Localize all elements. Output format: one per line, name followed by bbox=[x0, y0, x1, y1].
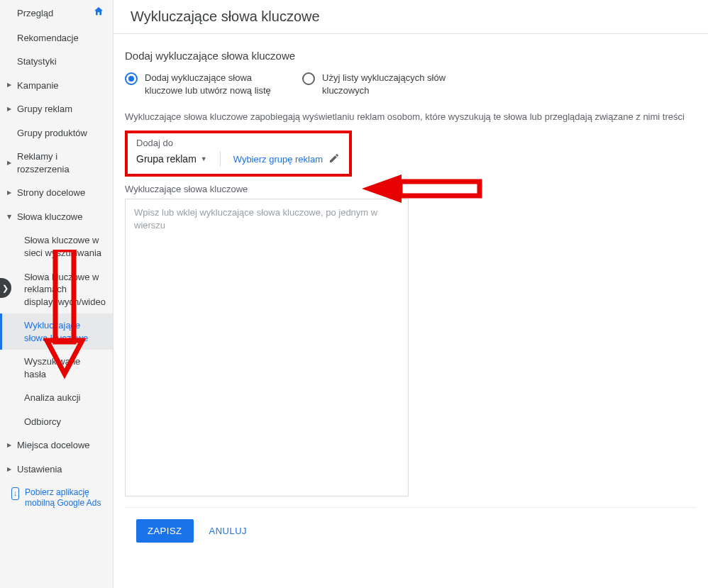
sidebar-item-label: Wykluczające słowa kluczowe bbox=[24, 319, 104, 344]
scope-select[interactable]: Grupa reklam ▼ bbox=[136, 153, 207, 165]
keywords-label: Wykluczające słowa kluczowe bbox=[125, 184, 697, 194]
sidebar-item-placements[interactable]: ▶ Miejsca docelowe bbox=[0, 433, 113, 457]
home-icon bbox=[93, 6, 104, 21]
divider bbox=[220, 151, 221, 167]
page-header: Wykluczające słowa kluczowe bbox=[114, 0, 708, 34]
chevron-right-icon: ❯ bbox=[2, 284, 9, 293]
sidebar-item-label: Rekomendacje bbox=[17, 32, 79, 45]
download-icon: ↓ bbox=[11, 487, 19, 500]
sidebar-item-label: Słowa kluczowe w sieci wyszukiwania bbox=[24, 234, 104, 259]
sidebar-item-label: Odbiorcy bbox=[24, 416, 61, 428]
sidebar-item-label: Kampanie bbox=[17, 79, 59, 92]
sidebar-item-label: Pobierz aplikację mobilną Google Ads bbox=[25, 487, 106, 509]
add-to-label: Dodaj do bbox=[136, 138, 341, 148]
radio-icon bbox=[302, 72, 315, 85]
sidebar-item-stats[interactable]: Statystyki bbox=[0, 50, 113, 74]
pick-adgroup-link[interactable]: Wybierz grupę reklam bbox=[233, 152, 340, 166]
chevron-right-icon: ▶ bbox=[7, 82, 11, 89]
sidebar-item-adgroups[interactable]: ▶ Grupy reklam bbox=[0, 97, 113, 121]
section-title: Dodaj wykluczające słowa kluczowe bbox=[125, 50, 697, 62]
chevron-right-icon: ▶ bbox=[7, 442, 11, 450]
sidebar-item-keywords-negative[interactable]: Wykluczające słowa kluczowe bbox=[0, 314, 113, 350]
pencil-icon bbox=[328, 152, 340, 166]
sidebar-item-overview[interactable]: Przegląd bbox=[0, 0, 113, 26]
chevron-right-icon: ▶ bbox=[7, 159, 11, 167]
info-text: Wykluczające słowa kluczowe zapobiegają … bbox=[125, 111, 697, 123]
sidebar-item-productgroups[interactable]: Grupy produktów bbox=[0, 121, 113, 145]
page-title: Wykluczające słowa kluczowe bbox=[131, 9, 691, 25]
sidebar-item-label: Analiza aukcji bbox=[24, 392, 81, 404]
content-area: Dodaj wykluczające słowa kluczowe Dodaj … bbox=[114, 34, 708, 588]
main-content: Wykluczające słowa kluczowe Dodaj wykluc… bbox=[114, 0, 708, 588]
radio-option-use-list[interactable]: Użyj listy wykluczających słów kluczowyc… bbox=[302, 72, 458, 96]
sidebar-item-label: Przegląd bbox=[17, 7, 53, 20]
radio-icon bbox=[125, 72, 138, 85]
sidebar-item-label: Miejsca docelowe bbox=[17, 439, 90, 452]
sidebar-item-label: Ustawienia bbox=[17, 463, 62, 476]
save-button[interactable]: ZAPISZ bbox=[136, 519, 194, 543]
add-to-panel: Dodaj do Grupa reklam ▼ Wybierz grupę re… bbox=[125, 131, 352, 177]
chevron-down-icon: ▼ bbox=[201, 155, 207, 162]
sidebar-app-download-link[interactable]: ↓ Pobierz aplikację mobilną Google Ads bbox=[0, 482, 113, 515]
sidebar-item-keywords-display[interactable]: Słowa kluczowe w reklamach displayowych/… bbox=[0, 265, 113, 314]
sidebar-item-campaigns[interactable]: ▶ Kampanie bbox=[0, 74, 113, 98]
radio-label: Dodaj wykluczające słowa kluczowe lub ut… bbox=[145, 72, 281, 96]
sidebar: Przegląd Rekomendacje Statystyki ▶ Kampa… bbox=[0, 0, 114, 588]
chevron-down-icon: ▶ bbox=[6, 215, 13, 219]
sidebar-item-ads-ext[interactable]: ▶ Reklamy i rozszerzenia bbox=[0, 145, 113, 181]
sidebar-item-label: Grupy reklam bbox=[17, 103, 72, 116]
cancel-button[interactable]: ANULUJ bbox=[204, 519, 253, 543]
chevron-right-icon: ▶ bbox=[7, 106, 11, 113]
scope-value: Grupa reklam bbox=[136, 153, 197, 165]
radio-label: Użyj listy wykluczających słów kluczowyc… bbox=[322, 72, 458, 96]
sidebar-item-label: Wyszukiwane hasła bbox=[24, 355, 104, 380]
sidebar-item-keywords[interactable]: ▶ Słowa kluczowe bbox=[0, 205, 113, 229]
sidebar-item-keywords-search[interactable]: Słowa kluczowe w sieci wyszukiwania bbox=[0, 228, 113, 265]
sidebar-item-label: Strony docelowe bbox=[17, 187, 85, 199]
sidebar-item-search-terms[interactable]: Wyszukiwane hasła bbox=[0, 350, 113, 386]
chevron-right-icon: ▶ bbox=[7, 189, 11, 197]
pick-adgroup-label: Wybierz grupę reklam bbox=[233, 154, 323, 165]
sidebar-item-settings[interactable]: ▶ Ustawienia bbox=[0, 457, 113, 482]
sidebar-item-label: Statystyki bbox=[17, 55, 57, 68]
sidebar-item-label: Reklamy i rozszerzenia bbox=[17, 150, 104, 175]
action-bar: ZAPISZ ANULUJ bbox=[125, 507, 697, 554]
sidebar-item-label: Słowa kluczowe w reklamach displayowych/… bbox=[24, 271, 106, 309]
sidebar-item-landing[interactable]: ▶ Strony docelowe bbox=[0, 181, 113, 205]
sidebar-item-label: Słowa kluczowe bbox=[17, 211, 83, 223]
sidebar-item-audiences[interactable]: Odbiorcy bbox=[0, 410, 113, 434]
sidebar-item-recommendations[interactable]: Rekomendacje bbox=[0, 26, 113, 50]
negative-keywords-textarea[interactable] bbox=[125, 199, 409, 497]
radio-group-mode: Dodaj wykluczające słowa kluczowe lub ut… bbox=[125, 72, 697, 96]
sidebar-item-auction[interactable]: Analiza aukcji bbox=[0, 386, 113, 410]
radio-option-add[interactable]: Dodaj wykluczające słowa kluczowe lub ut… bbox=[125, 72, 281, 96]
chevron-right-icon: ▶ bbox=[7, 465, 11, 473]
sidebar-item-label: Grupy produktów bbox=[17, 127, 87, 140]
